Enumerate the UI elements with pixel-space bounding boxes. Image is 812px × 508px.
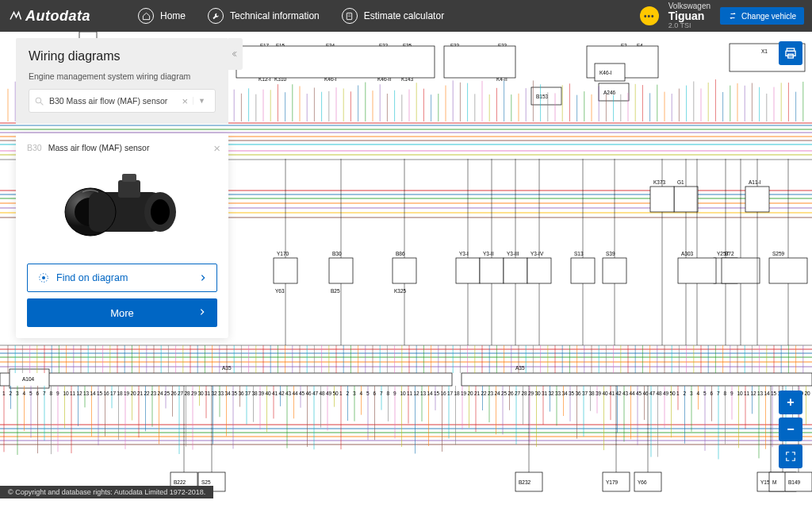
clear-search-button[interactable]: × bbox=[177, 95, 193, 107]
search-dropdown-button[interactable]: ▼ bbox=[193, 97, 210, 105]
svg-text:15: 15 bbox=[771, 391, 777, 396]
component-search[interactable]: × ▼ bbox=[29, 89, 216, 113]
svg-text:B222: B222 bbox=[174, 479, 186, 485]
zoom-out-button[interactable]: − bbox=[779, 418, 802, 441]
svg-text:23: 23 bbox=[151, 391, 157, 396]
notifications-badge[interactable]: ••• bbox=[640, 6, 659, 25]
zoom-in-button[interactable]: + bbox=[779, 391, 802, 414]
svg-rect-99 bbox=[456, 258, 480, 283]
find-on-diagram-button[interactable]: Find on diagram bbox=[27, 264, 217, 292]
svg-text:33: 33 bbox=[218, 391, 224, 396]
component-name: Mass air flow (MAF) sensor bbox=[48, 143, 150, 152]
close-card-button[interactable]: × bbox=[213, 141, 220, 155]
svg-text:42: 42 bbox=[279, 391, 285, 396]
svg-text:K325: K325 bbox=[394, 288, 407, 294]
svg-text:24: 24 bbox=[158, 391, 164, 396]
svg-text:21: 21 bbox=[137, 391, 144, 396]
svg-rect-139 bbox=[722, 258, 760, 283]
svg-text:3: 3 bbox=[690, 391, 693, 396]
svg-text:7: 7 bbox=[380, 391, 383, 396]
svg-text:11: 11 bbox=[407, 391, 413, 396]
svg-text:30: 30 bbox=[198, 391, 205, 396]
svg-text:5: 5 bbox=[29, 391, 33, 396]
more-button[interactable]: More bbox=[27, 298, 217, 327]
svg-text:13: 13 bbox=[83, 391, 90, 396]
svg-text:49: 49 bbox=[326, 391, 332, 396]
chevron-left-icon bbox=[232, 50, 239, 58]
panel-header: Wiring diagrams bbox=[16, 38, 228, 71]
svg-text:29: 29 bbox=[528, 391, 534, 396]
svg-text:45: 45 bbox=[299, 391, 305, 396]
svg-rect-32 bbox=[0, 373, 452, 386]
svg-rect-123 bbox=[674, 187, 698, 212]
svg-text:11: 11 bbox=[744, 391, 750, 396]
change-vehicle-button[interactable]: Change vehicle bbox=[720, 7, 804, 25]
svg-text:Y66: Y66 bbox=[638, 479, 647, 485]
svg-text:31: 31 bbox=[205, 391, 211, 396]
svg-text:44: 44 bbox=[293, 391, 299, 396]
svg-text:46: 46 bbox=[306, 391, 312, 396]
svg-text:19: 19 bbox=[461, 391, 467, 396]
svg-rect-135 bbox=[678, 258, 716, 283]
svg-text:38: 38 bbox=[589, 391, 596, 396]
svg-line-636 bbox=[40, 102, 43, 105]
brand-logo: Autodata bbox=[8, 8, 90, 25]
svg-text:15: 15 bbox=[97, 391, 103, 396]
svg-text:Y3-I: Y3-I bbox=[459, 251, 469, 256]
svg-text:25: 25 bbox=[164, 391, 170, 396]
svg-rect-75 bbox=[236, 46, 435, 78]
nav-technical-info[interactable]: Technical information bbox=[208, 8, 320, 24]
svg-text:A303: A303 bbox=[681, 251, 694, 256]
svg-text:13: 13 bbox=[420, 391, 427, 396]
svg-text:42: 42 bbox=[616, 391, 622, 396]
svg-text:35: 35 bbox=[569, 391, 575, 396]
svg-text:33: 33 bbox=[555, 391, 561, 396]
svg-rect-111 bbox=[527, 258, 551, 283]
svg-point-635 bbox=[36, 98, 41, 103]
component-search-input[interactable] bbox=[44, 96, 177, 106]
svg-text:32: 32 bbox=[212, 391, 218, 396]
svg-text:S13: S13 bbox=[574, 251, 584, 256]
svg-rect-115 bbox=[571, 258, 595, 283]
svg-text:46: 46 bbox=[643, 391, 649, 396]
svg-rect-643 bbox=[122, 174, 136, 182]
svg-text:S39: S39 bbox=[606, 251, 615, 256]
svg-text:38: 38 bbox=[252, 391, 259, 396]
svg-text:B72: B72 bbox=[725, 251, 734, 256]
svg-text:14: 14 bbox=[764, 391, 771, 396]
svg-text:23: 23 bbox=[488, 391, 494, 396]
svg-text:13: 13 bbox=[757, 391, 764, 396]
svg-text:10: 10 bbox=[400, 391, 407, 396]
svg-text:4: 4 bbox=[23, 391, 26, 396]
svg-text:Y179: Y179 bbox=[606, 479, 619, 485]
svg-text:Y3-III: Y3-III bbox=[507, 251, 519, 256]
nav-estimate-calculator[interactable]: Estimate calculator bbox=[342, 8, 444, 24]
svg-text:5: 5 bbox=[703, 391, 707, 396]
svg-text:41: 41 bbox=[272, 391, 278, 396]
svg-text:34: 34 bbox=[225, 391, 232, 396]
svg-text:G1: G1 bbox=[677, 179, 684, 185]
svg-text:20: 20 bbox=[131, 391, 137, 396]
svg-rect-147 bbox=[769, 258, 807, 283]
svg-text:12: 12 bbox=[77, 391, 83, 396]
svg-text:B86: B86 bbox=[396, 251, 405, 256]
svg-text:22: 22 bbox=[481, 391, 488, 396]
svg-text:2: 2 bbox=[347, 391, 350, 396]
swap-icon bbox=[728, 11, 737, 21]
svg-text:K373: K373 bbox=[653, 179, 666, 185]
collapse-panel-button[interactable] bbox=[228, 38, 243, 70]
svg-text:24: 24 bbox=[495, 391, 501, 396]
zoom-fit-button[interactable] bbox=[779, 444, 802, 468]
svg-text:19: 19 bbox=[124, 391, 130, 396]
print-button[interactable] bbox=[779, 41, 802, 65]
expand-icon bbox=[785, 451, 796, 462]
nav-home[interactable]: Home bbox=[138, 8, 186, 24]
svg-text:17: 17 bbox=[447, 391, 454, 396]
svg-text:12: 12 bbox=[414, 391, 420, 396]
svg-text:X1: X1 bbox=[761, 48, 768, 54]
svg-text:30: 30 bbox=[535, 391, 542, 396]
brand-text: Autodata bbox=[25, 8, 90, 25]
svg-text:Y63: Y63 bbox=[275, 288, 285, 294]
svg-text:39: 39 bbox=[259, 391, 265, 396]
svg-text:B30: B30 bbox=[332, 251, 342, 256]
